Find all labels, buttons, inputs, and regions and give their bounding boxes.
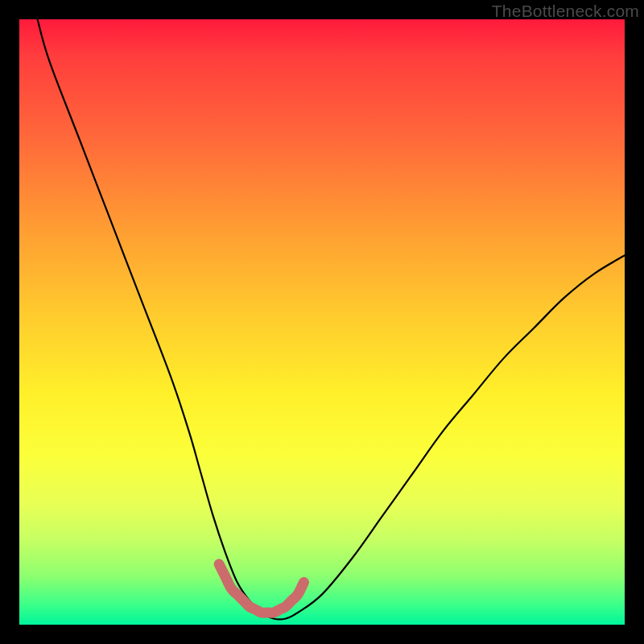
plot-area — [19, 19, 625, 625]
main-curve — [38, 19, 625, 619]
curve-layer — [19, 19, 625, 625]
chart-frame: TheBottleneck.com — [0, 0, 644, 644]
watermark-text: TheBottleneck.com — [492, 2, 639, 21]
